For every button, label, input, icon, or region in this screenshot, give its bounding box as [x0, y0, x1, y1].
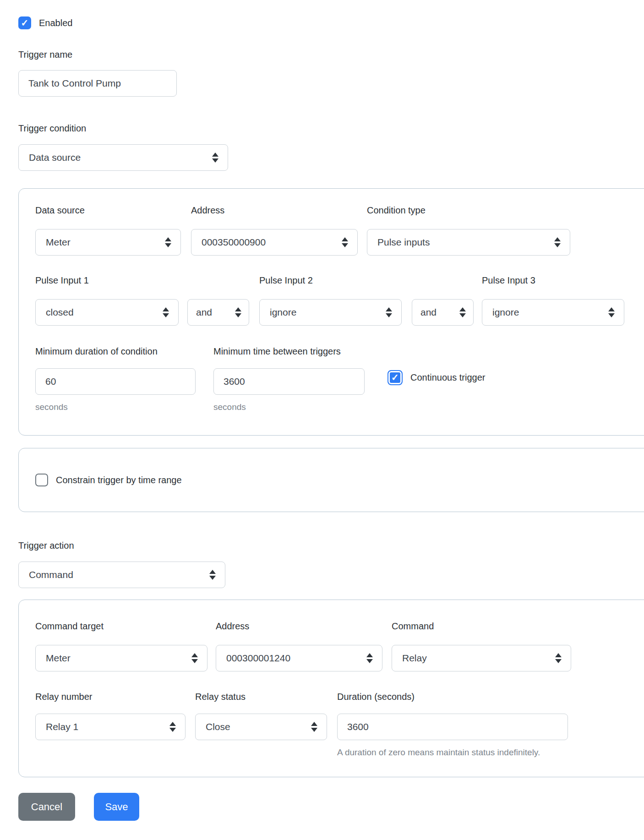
- relay-status-label: Relay status: [195, 691, 327, 703]
- duration-label: Duration (seconds): [337, 691, 568, 703]
- relay-number-select[interactable]: Relay 1: [35, 714, 186, 740]
- pulse-input-3-select[interactable]: ignore: [482, 299, 624, 326]
- pulse-input-1-label: Pulse Input 1: [35, 275, 179, 286]
- duration-input[interactable]: [337, 714, 568, 740]
- command-target-select[interactable]: Meter: [35, 645, 207, 671]
- min-duration-label: Minimum duration of condition: [35, 346, 196, 357]
- trigger-condition-select[interactable]: Data source: [18, 144, 228, 171]
- command-select[interactable]: Relay: [392, 645, 571, 671]
- min-between-input[interactable]: [213, 368, 365, 395]
- duration-helper: A duration of zero means maintain status…: [337, 747, 568, 758]
- command-address-select[interactable]: 000300001240: [216, 645, 382, 671]
- time-range-panel: Constrain trigger by time range: [18, 448, 644, 512]
- continuous-trigger-checkbox[interactable]: ✓: [387, 370, 403, 385]
- updown-arrows-icon: [165, 237, 171, 247]
- updown-arrows-icon: [163, 307, 169, 317]
- relay-status-select[interactable]: Close: [195, 714, 327, 740]
- check-icon: ✓: [391, 373, 399, 382]
- trigger-action-label: Trigger action: [18, 540, 644, 551]
- pulse-input-1-select[interactable]: closed: [35, 299, 179, 326]
- relay-number-label: Relay number: [35, 691, 186, 703]
- command-target-label: Command target: [35, 621, 207, 632]
- enabled-label: Enabled: [39, 18, 72, 28]
- command-label: Command: [392, 621, 571, 632]
- pulse-input-2-label: Pulse Input 2: [259, 275, 402, 286]
- continuous-trigger-row: ✓ Continuous trigger: [387, 368, 485, 387]
- constrain-time-range-label: Constrain trigger by time range: [56, 475, 182, 485]
- min-duration-helper: seconds: [35, 402, 196, 412]
- continuous-trigger-label: Continuous trigger: [410, 372, 485, 383]
- condition-panel: Data source Meter Address 000350000900 C…: [18, 188, 644, 436]
- updown-arrows-icon: [366, 653, 373, 663]
- cancel-button[interactable]: Cancel: [18, 793, 75, 821]
- min-between-label: Minimum time between triggers: [213, 346, 365, 357]
- trigger-name-input[interactable]: [18, 70, 177, 97]
- address-label: Address: [191, 205, 358, 216]
- min-between-helper: seconds: [213, 402, 365, 412]
- constrain-row: Constrain trigger by time range: [19, 474, 182, 486]
- command-address-label: Address: [216, 621, 382, 632]
- constrain-time-range-checkbox[interactable]: [35, 474, 48, 486]
- condition-type-select[interactable]: Pulse inputs: [367, 229, 570, 256]
- form-actions: Cancel Save: [18, 793, 644, 821]
- trigger-form: ✓ Enabled Trigger name Trigger condition…: [0, 0, 644, 821]
- updown-arrows-icon: [386, 307, 392, 317]
- data-source-select[interactable]: Meter: [35, 229, 181, 256]
- enabled-row: ✓ Enabled: [18, 16, 644, 29]
- updown-arrows-icon: [235, 307, 241, 317]
- data-source-label: Data source: [35, 205, 181, 216]
- updown-arrows-icon: [608, 307, 615, 317]
- trigger-name-label: Trigger name: [18, 49, 644, 60]
- save-button[interactable]: Save: [94, 793, 139, 821]
- min-duration-input[interactable]: [35, 368, 196, 395]
- and-operator-2-select[interactable]: and: [412, 299, 474, 326]
- trigger-action-select[interactable]: Command: [18, 562, 225, 588]
- updown-arrows-icon: [311, 722, 317, 732]
- address-select[interactable]: 000350000900: [191, 229, 358, 256]
- pulse-input-2-select[interactable]: ignore: [259, 299, 402, 326]
- pulse-input-3-label: Pulse Input 3: [482, 275, 624, 286]
- updown-arrows-icon: [209, 570, 216, 580]
- updown-arrows-icon: [191, 653, 198, 663]
- updown-arrows-icon: [212, 153, 218, 163]
- condition-type-label: Condition type: [367, 205, 570, 216]
- enabled-checkbox[interactable]: ✓: [18, 16, 31, 29]
- updown-arrows-icon: [342, 237, 348, 247]
- and-operator-1-select[interactable]: and: [187, 299, 249, 326]
- updown-arrows-icon: [554, 237, 561, 247]
- trigger-condition-label: Trigger condition: [18, 123, 644, 134]
- updown-arrows-icon: [555, 653, 562, 663]
- updown-arrows-icon: [459, 307, 466, 317]
- check-icon: ✓: [21, 18, 29, 27]
- action-panel: Command target Meter Address 00030000124…: [18, 600, 644, 777]
- updown-arrows-icon: [169, 722, 176, 732]
